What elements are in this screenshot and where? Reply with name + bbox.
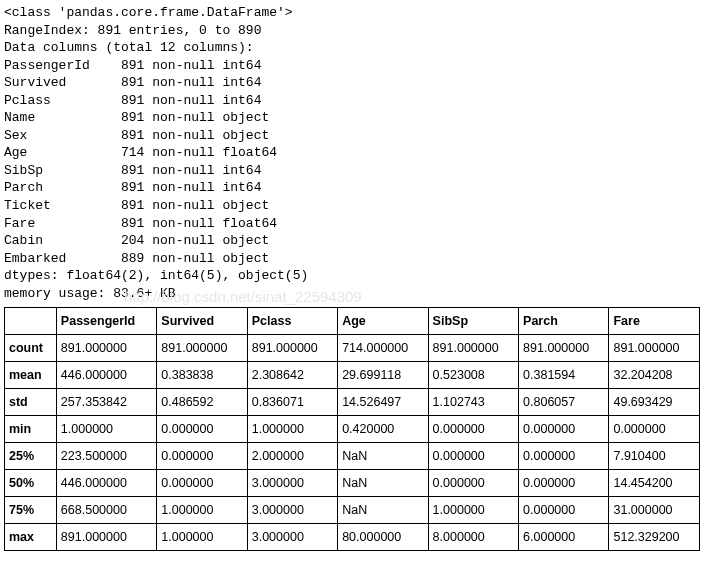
describe-cell: 49.693429 [609, 389, 700, 416]
describe-cell: 0.000000 [519, 443, 609, 470]
describe-cell: 14.454200 [609, 470, 700, 497]
describe-cell: 31.000000 [609, 497, 700, 524]
describe-cell: 668.500000 [56, 497, 156, 524]
describe-cell: 3.000000 [247, 524, 337, 551]
describe-row: 50%446.0000000.0000003.000000NaN0.000000… [5, 470, 700, 497]
describe-cell: 0.383838 [157, 362, 247, 389]
describe-cell: 0.523008 [428, 362, 518, 389]
describe-cell: 1.000000 [247, 416, 337, 443]
describe-cell: 8.000000 [428, 524, 518, 551]
describe-row-label: mean [5, 362, 57, 389]
describe-cell: 891.000000 [609, 335, 700, 362]
describe-row: 25%223.5000000.0000002.000000NaN0.000000… [5, 443, 700, 470]
describe-cell: 0.806057 [519, 389, 609, 416]
describe-cell: 0.000000 [519, 470, 609, 497]
describe-row-label: std [5, 389, 57, 416]
describe-cell: 0.836071 [247, 389, 337, 416]
describe-row: min1.0000000.0000001.0000000.4200000.000… [5, 416, 700, 443]
describe-cell: 0.000000 [519, 416, 609, 443]
describe-row: mean446.0000000.3838382.30864229.6991180… [5, 362, 700, 389]
describe-col-header: SibSp [428, 308, 518, 335]
describe-cell: 2.308642 [247, 362, 337, 389]
describe-cell: 0.000000 [157, 443, 247, 470]
describe-row-label: 50% [5, 470, 57, 497]
describe-row: 75%668.5000001.0000003.000000NaN1.000000… [5, 497, 700, 524]
watermark-text: http://blog.csdn.net/sinat_22594309 [124, 288, 703, 305]
describe-cell: 0.381594 [519, 362, 609, 389]
describe-cell: 7.910400 [609, 443, 700, 470]
describe-row-label: 75% [5, 497, 57, 524]
describe-cell: 446.000000 [56, 470, 156, 497]
describe-cell: 80.000000 [338, 524, 428, 551]
describe-cell: 0.000000 [428, 443, 518, 470]
describe-cell: 2.000000 [247, 443, 337, 470]
describe-cell: NaN [338, 470, 428, 497]
describe-cell: 1.000000 [157, 524, 247, 551]
describe-cell: 0.000000 [157, 416, 247, 443]
describe-cell: NaN [338, 497, 428, 524]
describe-cell: 891.000000 [56, 335, 156, 362]
describe-cell: 0.420000 [338, 416, 428, 443]
describe-row: count891.000000891.000000891.000000714.0… [5, 335, 700, 362]
describe-row-label: 25% [5, 443, 57, 470]
describe-cell: 891.000000 [56, 524, 156, 551]
describe-cell: NaN [338, 443, 428, 470]
describe-cell: 14.526497 [338, 389, 428, 416]
describe-cell: 0.000000 [428, 416, 518, 443]
describe-col-header: Pclass [247, 308, 337, 335]
describe-row: max891.0000001.0000003.00000080.0000008.… [5, 524, 700, 551]
describe-cell: 714.000000 [338, 335, 428, 362]
describe-cell: 891.000000 [519, 335, 609, 362]
describe-cell: 3.000000 [247, 470, 337, 497]
describe-col-header: Age [338, 308, 428, 335]
describe-row: std257.3538420.4865920.83607114.5264971.… [5, 389, 700, 416]
describe-row-label: max [5, 524, 57, 551]
describe-cell: 1.000000 [56, 416, 156, 443]
describe-cell: 0.486592 [157, 389, 247, 416]
describe-header-row: PassengerIdSurvivedPclassAgeSibSpParchFa… [5, 308, 700, 335]
describe-table: PassengerIdSurvivedPclassAgeSibSpParchFa… [4, 307, 700, 551]
describe-cell: 891.000000 [247, 335, 337, 362]
describe-cell: 0.000000 [609, 416, 700, 443]
describe-cell: 29.699118 [338, 362, 428, 389]
describe-cell: 0.000000 [428, 470, 518, 497]
describe-cell: 891.000000 [428, 335, 518, 362]
describe-corner-cell [5, 308, 57, 335]
describe-cell: 1.000000 [157, 497, 247, 524]
describe-cell: 1.102743 [428, 389, 518, 416]
describe-cell: 1.000000 [428, 497, 518, 524]
describe-col-header: Parch [519, 308, 609, 335]
describe-cell: 446.000000 [56, 362, 156, 389]
describe-cell: 223.500000 [56, 443, 156, 470]
describe-cell: 0.000000 [519, 497, 609, 524]
describe-col-header: Survived [157, 308, 247, 335]
describe-cell: 257.353842 [56, 389, 156, 416]
describe-col-header: PassengerId [56, 308, 156, 335]
describe-cell: 32.204208 [609, 362, 700, 389]
describe-cell: 0.000000 [157, 470, 247, 497]
describe-col-header: Fare [609, 308, 700, 335]
describe-row-label: min [5, 416, 57, 443]
describe-cell: 3.000000 [247, 497, 337, 524]
describe-cell: 891.000000 [157, 335, 247, 362]
dataframe-info-output: <class 'pandas.core.frame.DataFrame'> Ra… [4, 4, 703, 302]
describe-cell: 512.329200 [609, 524, 700, 551]
describe-row-label: count [5, 335, 57, 362]
describe-cell: 6.000000 [519, 524, 609, 551]
